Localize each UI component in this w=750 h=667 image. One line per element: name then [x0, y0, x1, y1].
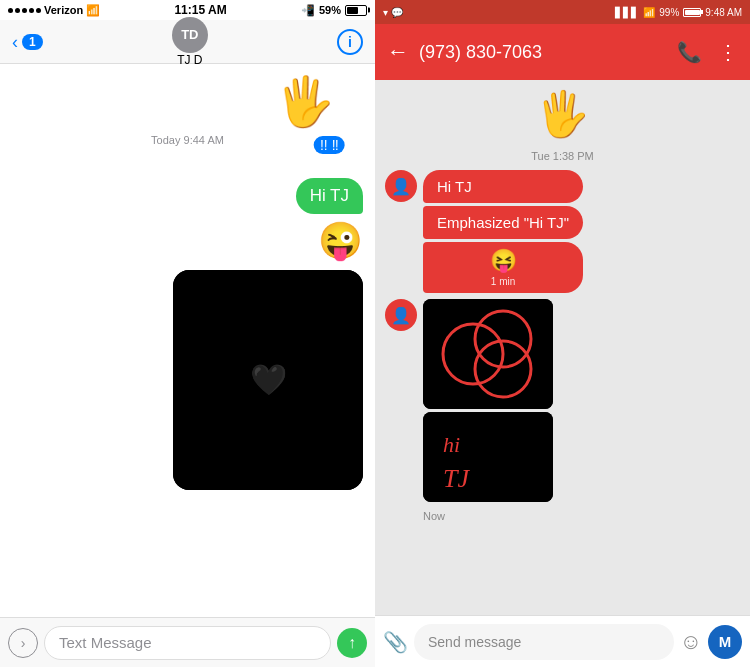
ios-nav-bar: ‹ 1 TD TJ D i: [0, 20, 375, 64]
toolbar-phone-number: (973) 830-7063: [419, 42, 667, 63]
ios-battery: [345, 5, 367, 16]
person-icon-2: 👤: [391, 306, 411, 325]
android-chat-area: 🖐 Tue 1:38 PM 👤 Hi TJ Emphasized "Hi TJ"…: [375, 80, 750, 615]
message-row-1: !! ‼ Hi TJ: [12, 156, 363, 214]
ios-text-input[interactable]: Text Message: [44, 626, 331, 660]
send-button[interactable]: ↑: [337, 628, 367, 658]
android-status-bar: ▾ 💬 ▋▋▋ 📶 99% 9:48 AM: [375, 0, 750, 24]
carrier-name: Verizon: [44, 4, 83, 16]
message-bubble-1: Hi TJ: [296, 178, 363, 214]
android-chat-timestamp: Tue 1:38 PM: [385, 150, 740, 162]
android-messages-panel: ▾ 💬 ▋▋▋ 📶 99% 9:48 AM ← (973) 830-7063 📞…: [375, 0, 750, 667]
contact-avatar: TD: [172, 17, 208, 53]
hand-wave-emoji: 🖐: [275, 74, 335, 130]
contact-info-center: TD TJ D: [172, 17, 208, 67]
ios-clock: 11:15 AM: [174, 3, 226, 17]
emoji-row: 😜: [12, 220, 363, 262]
android-status-left: ▾ 💬: [383, 7, 403, 18]
ios-chat-area: 🖐 Today 9:44 AM !! ‼ Hi TJ 😜 🖤: [0, 64, 375, 617]
chat-timestamp: Today 9:44 AM: [12, 134, 363, 146]
expand-button[interactable]: ›: [8, 628, 38, 658]
signal-dot-2: [15, 8, 20, 13]
info-icon: i: [348, 34, 352, 50]
android-bubble-1: Hi TJ: [423, 170, 583, 203]
battery-pct: 99%: [659, 7, 679, 18]
ios-input-bar: › Text Message ↑: [0, 617, 375, 667]
sender-avatar-2: 👤: [385, 299, 417, 331]
android-message-input[interactable]: Send message: [414, 624, 674, 660]
text-input-placeholder: Text Message: [59, 634, 152, 651]
bubbles-col-1: Hi TJ Emphasized "Hi TJ" 😝 1 min: [423, 170, 583, 293]
sender-avatar-1: 👤: [385, 170, 417, 202]
android-battery-fill: [685, 10, 699, 15]
signal-dot-4: [29, 8, 34, 13]
drawing-box-1: [423, 299, 553, 409]
signal-dot-1: [8, 8, 13, 13]
expand-icon: ›: [21, 635, 26, 651]
back-arrow-icon[interactable]: ←: [387, 39, 409, 65]
toolbar-actions: 📞 ⋮: [677, 40, 738, 64]
android-tongue-emoji: 😝: [490, 248, 517, 274]
android-message-row-1: 👤 Hi TJ Emphasized "Hi TJ" 😝 1 min: [385, 170, 740, 293]
svg-text:hi: hi: [443, 432, 460, 457]
drawing-box-2: hi TJ: [423, 412, 553, 502]
emoji-time-caption: 1 min: [491, 276, 515, 287]
more-options-icon[interactable]: ⋮: [718, 40, 738, 64]
signal-icon: ▋▋▋: [615, 7, 639, 18]
attach-icon[interactable]: 📎: [383, 630, 408, 654]
message-input-placeholder: Send message: [428, 634, 521, 650]
android-toolbar: ← (973) 830-7063 📞 ⋮: [375, 24, 750, 80]
android-images-col: hi TJ: [423, 299, 553, 502]
image-bubble: 🖤: [173, 270, 363, 490]
emoji-picker-icon[interactable]: ☺: [680, 629, 702, 655]
back-badge: 1: [22, 34, 43, 50]
svg-text:🖤: 🖤: [250, 362, 288, 398]
emphasis-indicator: !! ‼: [314, 136, 345, 154]
android-battery: [683, 8, 701, 17]
android-emoji-bubble: 😝 1 min: [423, 242, 583, 293]
info-button[interactable]: i: [337, 29, 363, 55]
notification-icons: ▾ 💬: [383, 7, 403, 18]
phone-call-icon[interactable]: 📞: [677, 40, 702, 64]
battery-pct: 59%: [319, 4, 341, 16]
wifi-signal: 📶: [643, 7, 655, 18]
ios-messages-panel: Verizon 📶 11:15 AM 📲 59% ‹ 1 TD TJ D i 🖐: [0, 0, 375, 667]
battery-fill: [347, 7, 358, 14]
user-avatar-button[interactable]: M: [708, 625, 742, 659]
bluetooth-icon: 📲: [301, 4, 315, 17]
bubble-wrapper: !! ‼ Hi TJ: [296, 156, 363, 214]
android-input-bar: 📎 Send message ☺ M: [375, 615, 750, 667]
android-bubble-2: Emphasized "Hi TJ": [423, 206, 583, 239]
signal-dot-5: [36, 8, 41, 13]
now-label: Now: [423, 510, 740, 522]
drawing-svg: 🖤: [173, 270, 363, 490]
android-status-right: ▋▋▋ 📶 99% 9:48 AM: [615, 7, 742, 18]
wifi-icon: 📶: [86, 4, 100, 17]
person-icon: 👤: [391, 177, 411, 196]
ios-status-left: Verizon 📶: [8, 4, 100, 17]
send-icon: ↑: [348, 634, 356, 652]
android-hand-emoji: 🖐: [535, 88, 590, 140]
image-message-row: 🖤: [12, 270, 363, 490]
ios-status-right: 📲 59%: [301, 4, 367, 17]
back-chevron-icon: ‹: [12, 33, 18, 51]
circles-drawing: [423, 299, 553, 409]
android-clock: 9:48 AM: [705, 7, 742, 18]
signal-dots: [8, 8, 41, 13]
back-button[interactable]: ‹ 1: [12, 33, 43, 51]
text-drawing: hi TJ: [423, 412, 553, 502]
svg-text:TJ: TJ: [443, 464, 470, 493]
signal-dot-3: [22, 8, 27, 13]
tongue-emoji: 😜: [318, 220, 363, 262]
android-image-row: 👤 hi TJ: [385, 299, 740, 502]
